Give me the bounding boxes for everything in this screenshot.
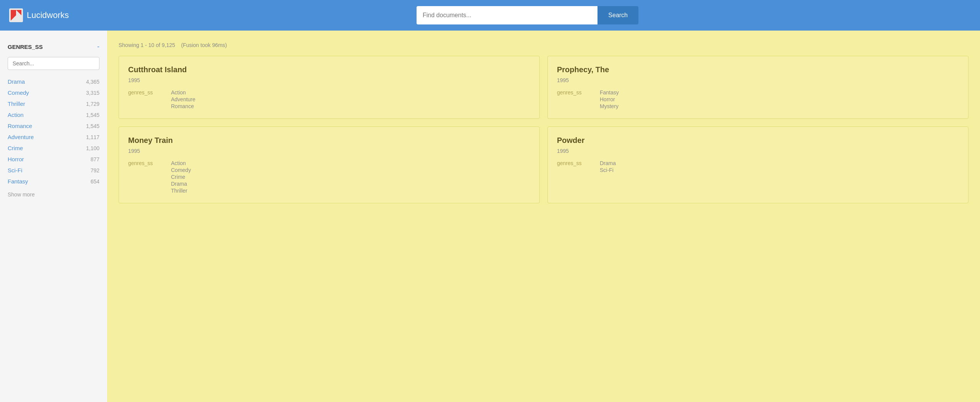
facet-item[interactable]: Adventure 1,117: [8, 131, 99, 143]
facet-item-count: 792: [91, 167, 99, 173]
card-field-label: genres_ss: [128, 89, 159, 109]
result-card: Prophecy, The 1995 genres_ss FantasyHorr…: [547, 56, 969, 119]
facet-list: Drama 4,365 Comedy 3,315 Thriller 1,729 …: [8, 76, 99, 187]
card-genre: Adventure: [171, 96, 195, 102]
result-card: Money Train 1995 genres_ss ActionComedyC…: [119, 126, 540, 203]
card-genre: Drama: [171, 181, 191, 187]
facet-title: GENRES_SS: [8, 44, 43, 50]
card-genre: Horror: [600, 96, 619, 102]
card-year: 1995: [557, 148, 959, 154]
facet-item-label[interactable]: Drama: [8, 78, 25, 85]
card-field-label: genres_ss: [557, 160, 588, 173]
facet-item-count: 4,365: [86, 79, 99, 85]
card-genre: Action: [171, 89, 195, 96]
facet-item-label[interactable]: Comedy: [8, 89, 29, 96]
facet-item-count: 654: [91, 178, 99, 185]
facet-item[interactable]: Crime 1,100: [8, 143, 99, 154]
facet-item-count: 1,545: [86, 123, 99, 129]
facet-item[interactable]: Drama 4,365: [8, 76, 99, 87]
card-genres-list: DramaSci-Fi: [600, 160, 616, 173]
card-field-label: genres_ss: [128, 160, 159, 194]
facet-item-label[interactable]: Action: [8, 112, 24, 118]
card-genres-list: ActionComedyCrimeDramaThriller: [171, 160, 191, 194]
results-count: Showing 1 - 10 of 9,125: [119, 42, 175, 48]
card-genres-list: FantasyHorrorMystery: [600, 89, 619, 109]
card-genres-list: ActionAdventureRomance: [171, 89, 195, 109]
card-title: Prophecy, The: [557, 65, 959, 74]
result-card: Powder 1995 genres_ss DramaSci-Fi: [547, 126, 969, 203]
facet-item-count: 1,100: [86, 145, 99, 151]
facet-item-count: 1,117: [86, 134, 99, 140]
facet-header: GENRES_SS -: [8, 43, 99, 51]
main-search-button[interactable]: Search: [597, 6, 638, 24]
facet-item-count: 3,315: [86, 90, 99, 96]
card-title: Money Train: [128, 136, 530, 145]
card-genre: Thriller: [171, 188, 191, 194]
facet-item-label[interactable]: Crime: [8, 145, 23, 151]
cards-grid: Cutthroat Island 1995 genres_ss ActionAd…: [119, 56, 969, 203]
facet-item-label[interactable]: Romance: [8, 123, 32, 129]
card-genre: Fantasy: [600, 89, 619, 96]
facet-item[interactable]: Horror 877: [8, 154, 99, 165]
card-year: 1995: [557, 77, 959, 83]
facet-item-label[interactable]: Sci-Fi: [8, 167, 22, 173]
facet-collapse-button[interactable]: -: [97, 43, 99, 51]
svg-marker-1: [11, 10, 16, 15]
card-title: Cutthroat Island: [128, 65, 530, 74]
facet-item-count: 1,729: [86, 101, 99, 107]
main-layout: GENRES_SS - Drama 4,365 Comedy 3,315 Thr…: [0, 31, 980, 402]
facet-item[interactable]: Sci-Fi 792: [8, 165, 99, 176]
card-year: 1995: [128, 148, 530, 154]
search-bar: Search: [417, 6, 638, 24]
facet-item[interactable]: Thriller 1,729: [8, 98, 99, 109]
card-genre: Comedy: [171, 167, 191, 173]
results-info: Showing 1 - 10 of 9,125 (Fusion took 96m…: [119, 42, 969, 48]
card-year: 1995: [128, 77, 530, 83]
card-genres-row: genres_ss FantasyHorrorMystery: [557, 89, 959, 109]
facet-item[interactable]: Romance 1,545: [8, 120, 99, 131]
facet-item-label[interactable]: Horror: [8, 156, 24, 162]
card-genre: Sci-Fi: [600, 167, 616, 173]
card-title: Powder: [557, 136, 959, 145]
card-field-label: genres_ss: [557, 89, 588, 109]
logo-area: Lucidworks: [9, 8, 69, 22]
card-genre: Romance: [171, 103, 195, 109]
main-search-input[interactable]: [417, 6, 597, 24]
sidebar: GENRES_SS - Drama 4,365 Comedy 3,315 Thr…: [0, 31, 107, 402]
result-card: Cutthroat Island 1995 genres_ss ActionAd…: [119, 56, 540, 119]
facet-item-count: 1,545: [86, 112, 99, 118]
facet-item-label[interactable]: Thriller: [8, 100, 25, 107]
show-more-button[interactable]: Show more: [8, 191, 99, 198]
card-genres-row: genres_ss DramaSci-Fi: [557, 160, 959, 173]
facet-search-input[interactable]: [8, 57, 99, 70]
facet-item-count: 877: [91, 156, 99, 162]
header: Lucidworks Search: [0, 0, 980, 31]
facet-item[interactable]: Action 1,545: [8, 109, 99, 120]
logo-text: Lucidworks: [27, 10, 69, 20]
content-area: Showing 1 - 10 of 9,125 (Fusion took 96m…: [107, 31, 980, 402]
facet-item-label[interactable]: Adventure: [8, 134, 34, 140]
lucidworks-logo-icon: [9, 8, 23, 22]
facet-item[interactable]: Fantasy 654: [8, 176, 99, 187]
card-genre: Crime: [171, 174, 191, 180]
card-genre: Drama: [600, 160, 616, 166]
card-genres-row: genres_ss ActionAdventureRomance: [128, 89, 530, 109]
facet-item-label[interactable]: Fantasy: [8, 178, 28, 185]
card-genre: Mystery: [600, 103, 619, 109]
fusion-info: (Fusion took 96ms): [181, 42, 227, 48]
facet-item[interactable]: Comedy 3,315: [8, 87, 99, 98]
card-genres-row: genres_ss ActionComedyCrimeDramaThriller: [128, 160, 530, 194]
card-genre: Action: [171, 160, 191, 166]
